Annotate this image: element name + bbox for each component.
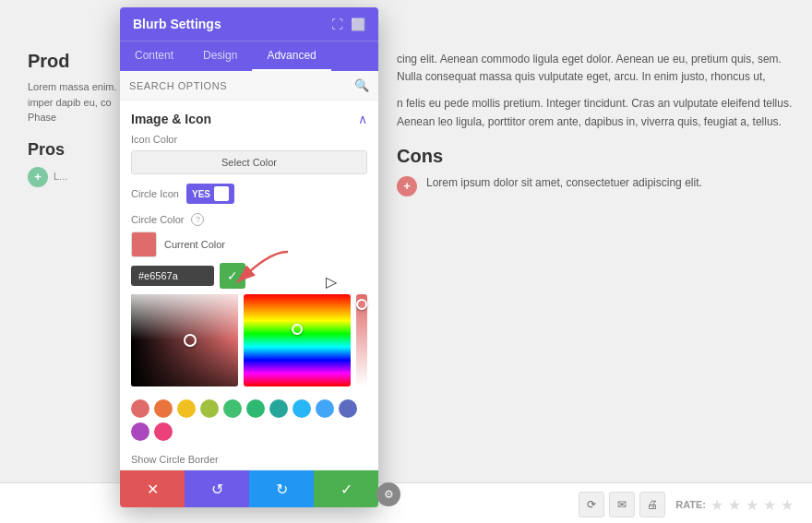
tab-design[interactable]: Design	[188, 42, 252, 71]
circle-color-field: Circle Color ? Current Color ✓	[131, 213, 367, 441]
swatch-8[interactable]	[316, 399, 334, 418]
color-swatch[interactable]	[131, 232, 157, 257]
swatch-2[interactable]	[177, 399, 196, 418]
search-input[interactable]	[129, 80, 349, 91]
cancel-button[interactable]: ✕	[120, 470, 185, 507]
current-color-label: Current Color	[164, 239, 225, 250]
undo-button[interactable]: ↺	[185, 470, 249, 507]
icon-btn-3[interactable]: 🖨	[639, 492, 665, 517]
prod-text: Lorem massa enim. imper dapib eu, co Pha…	[28, 79, 129, 125]
section-collapse-icon[interactable]: ∧	[358, 112, 367, 126]
color-confirm-btn[interactable]: ✓	[220, 263, 245, 289]
hue-slider[interactable]	[244, 294, 351, 386]
page-left-content: Prod Lorem massa enim. imper dapib eu, c…	[28, 51, 129, 187]
search-bar: 🔍	[120, 71, 378, 101]
circle-icon-toggle[interactable]: YES	[186, 184, 234, 204]
cons-add-btn[interactable]: +	[397, 176, 417, 196]
swatch-11[interactable]	[154, 422, 173, 441]
star-2[interactable]: ★	[728, 496, 741, 514]
show-circle-border-label: Show Circle Border	[131, 454, 219, 465]
circle-icon-field: Circle Icon YES	[131, 184, 367, 204]
search-icon: 🔍	[354, 78, 369, 92]
gradient-cursor	[184, 334, 197, 347]
panel-body: Image & Icon ∧ Icon Color Select Color C…	[120, 101, 378, 470]
star-3[interactable]: ★	[746, 496, 758, 514]
star-4[interactable]: ★	[763, 496, 776, 514]
help-icon[interactable]: ?	[191, 213, 204, 226]
hex-input[interactable]	[131, 266, 214, 286]
tab-content[interactable]: Content	[120, 42, 188, 71]
panel-header: Blurb Settings ⛶ ⬜	[120, 7, 378, 41]
toggle-yes-label: YES	[192, 189, 210, 199]
panel-footer: ✕ ↺ ↻ ✓	[120, 470, 378, 507]
show-circle-border-field: Show Circle Border	[131, 450, 367, 467]
color-select-btn[interactable]: Select Color	[131, 150, 367, 174]
circle-icon-label: Circle Icon	[131, 188, 179, 199]
confirm-button[interactable]: ✓	[314, 470, 378, 507]
redo-button[interactable]: ↻	[249, 470, 314, 507]
star-1[interactable]: ★	[710, 496, 723, 514]
icon-btn-1[interactable]: ⟳	[579, 492, 604, 517]
swatch-7[interactable]	[293, 399, 311, 418]
panel-tabs: Content Design Advanced	[120, 41, 378, 71]
swatch-0[interactable]	[131, 399, 149, 418]
color-picker: ✓	[131, 263, 367, 441]
section-title: Image & Icon	[131, 112, 211, 126]
cons-text: Lorem ipsum dolor sit amet, consectetuer…	[426, 174, 702, 192]
swatch-10[interactable]	[131, 422, 149, 441]
right-para1: cing elit. Aenean commodo ligula eget do…	[397, 51, 794, 86]
icon-color-field: Icon Color Select Color	[131, 134, 367, 174]
star-5[interactable]: ★	[781, 496, 794, 514]
page-right-content: cing elit. Aenean commodo ligula eget do…	[397, 51, 794, 196]
color-swatches	[131, 399, 367, 441]
swatch-5[interactable]	[246, 399, 265, 418]
cons-heading: Cons	[397, 146, 794, 167]
settings-panel: Blurb Settings ⛶ ⬜ Content Design Advanc…	[120, 7, 378, 507]
pros-add-btn[interactable]: +	[28, 167, 48, 187]
fullscreen-icon[interactable]: ⛶	[331, 18, 343, 31]
cons-section: Cons + Lorem ipsum dolor sit amet, conse…	[397, 146, 794, 196]
circle-color-label: Circle Color	[131, 214, 184, 225]
swatch-9[interactable]	[339, 399, 357, 418]
color-gradient-area[interactable]	[131, 294, 238, 386]
swatch-3[interactable]	[200, 399, 219, 418]
alpha-cursor	[356, 299, 367, 310]
swatch-1[interactable]	[154, 399, 173, 418]
pros-heading: Pros	[28, 140, 129, 160]
bottom-bar-icons: ⟳ ✉ 🖨 RATE: ★ ★ ★ ★ ★	[579, 492, 794, 517]
icon-btn-2[interactable]: ✉	[609, 492, 635, 517]
tab-advanced[interactable]: Advanced	[252, 42, 330, 71]
close-panel-icon[interactable]: ⬜	[351, 18, 365, 31]
swatch-6[interactable]	[269, 399, 288, 418]
right-para2: n felis eu pede mollis pretium. Integer …	[397, 95, 794, 130]
swatch-4[interactable]	[223, 399, 242, 418]
pros-text: L...	[54, 171, 67, 182]
section-header: Image & Icon ∧	[131, 101, 367, 134]
icon-color-label: Icon Color	[131, 134, 367, 145]
tool-icon[interactable]: ⚙	[376, 482, 400, 506]
toggle-knob	[214, 186, 229, 201]
panel-title: Blurb Settings	[133, 17, 221, 31]
panel-header-icons: ⛶ ⬜	[331, 18, 365, 31]
rate-label: RATE:	[675, 499, 706, 510]
alpha-slider[interactable]	[356, 294, 367, 386]
hue-cursor	[292, 324, 303, 335]
prod-heading: Prod	[28, 51, 129, 72]
